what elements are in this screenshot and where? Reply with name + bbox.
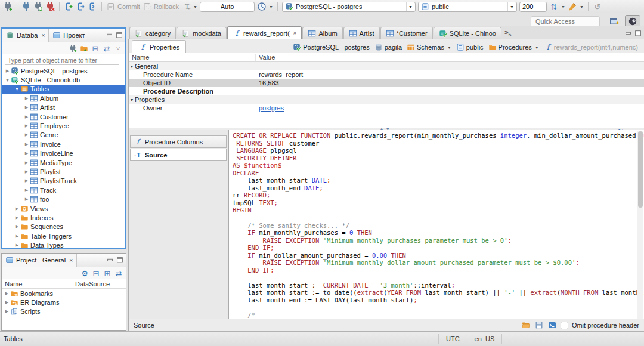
property-row-procedure-name[interactable]: Procedure Namerewards_report: [129, 70, 644, 79]
tree-item-genre[interactable]: ▶Genre: [2, 131, 125, 140]
editor-tab-mockdata[interactable]: mockdata: [177, 27, 227, 39]
undo-button[interactable]: ↺: [593, 2, 602, 11]
status-locale[interactable]: en_US: [467, 334, 503, 344]
plug-new-icon[interactable]: [69, 44, 77, 52]
column-datasource[interactable]: DataSource: [72, 280, 110, 288]
chevron-down-icon[interactable]: ▼: [447, 45, 451, 50]
format-sql-button[interactable]: ▼: [568, 2, 584, 11]
tree-collapsed-arrow-icon[interactable]: ▶: [23, 188, 30, 193]
tree-expanded-arrow-icon[interactable]: ▼: [14, 87, 20, 91]
folder-new-icon[interactable]: [80, 44, 88, 52]
tree-item-artist[interactable]: ▶Artist: [2, 103, 125, 112]
editor-tab-rewards-report[interactable]: frewards_report(×: [227, 26, 302, 39]
grid-column-name[interactable]: Name: [129, 54, 256, 61]
commit-button[interactable]: Commit: [106, 2, 140, 11]
breadcrumb-rewards-report-int4-numeric[interactable]: frewards_report(int4,numeric): [541, 43, 640, 51]
tree-item-sqlite-chinook-db[interactable]: ▼SQLite - Chinook.db: [2, 75, 125, 84]
tree-collapsed-arrow-icon[interactable]: ▶: [4, 291, 10, 296]
tree-collapsed-arrow-icon[interactable]: ▶: [4, 300, 10, 305]
tree-collapsed-arrow-icon[interactable]: ▶: [23, 178, 30, 183]
tree-item-views[interactable]: ▶Views: [2, 204, 125, 213]
tree-item-table-triggers[interactable]: ▶Table Triggers: [2, 231, 125, 240]
scrollbar-thumb[interactable]: [638, 131, 643, 208]
close-icon[interactable]: ×: [293, 30, 297, 36]
tab-projects[interactable]: Проект: [49, 29, 89, 42]
chevron-down-icon[interactable]: ▼: [193, 5, 197, 9]
tab-project-general[interactable]: Project - General ×: [2, 254, 77, 267]
quick-access-input[interactable]: [531, 16, 600, 27]
tree-item-data-types[interactable]: ▶Data Types: [2, 240, 125, 249]
tree-item-foo[interactable]: ▶foo: [2, 194, 125, 203]
open-recent-sql-editor-button[interactable]: [76, 2, 85, 11]
fetch-size-input[interactable]: [519, 2, 547, 12]
property-row-procedure-description[interactable]: Procedure Description: [129, 87, 644, 95]
tree-collapsed-arrow-icon[interactable]: ▶: [23, 96, 30, 101]
tree-collapsed-arrow-icon[interactable]: ▶: [23, 115, 30, 119]
maximize-icon[interactable]: [634, 29, 642, 38]
tree-collapsed-arrow-icon[interactable]: ▶: [14, 224, 20, 229]
tree-item-postgresql-postgres[interactable]: ▶PostgreSQL - postgres: [2, 66, 125, 75]
project-item-scripts[interactable]: ▶Scripts: [2, 307, 126, 316]
open-console-icon[interactable]: [547, 320, 557, 330]
tree-collapsed-arrow-icon[interactable]: ▶: [23, 105, 30, 110]
new-sql-console-button[interactable]: [88, 2, 97, 11]
maximize-icon[interactable]: [115, 31, 123, 39]
tree-collapsed-arrow-icon[interactable]: ▶: [23, 160, 30, 165]
group-expanded-arrow-icon[interactable]: ▼: [129, 98, 135, 102]
connection-select[interactable]: PostgreSQL - postgres▼: [282, 2, 416, 12]
status-timezone[interactable]: UTC: [438, 334, 467, 344]
tree-expanded-arrow-icon[interactable]: ▼: [4, 78, 11, 82]
chevron-down-icon[interactable]: ▼: [561, 5, 565, 9]
grid-column-value[interactable]: Value: [256, 54, 275, 61]
editor-tab-category[interactable]: category: [129, 27, 176, 39]
editor-tab-sqlite-chinoo[interactable]: SQLite - Chinoo: [434, 27, 501, 39]
property-row-object-id[interactable]: Object ID16,583: [129, 79, 644, 87]
tree-item-track[interactable]: ▶Track: [2, 186, 125, 194]
minimize-icon[interactable]: [624, 29, 633, 38]
expand-icon[interactable]: ⊞: [103, 269, 112, 277]
tree-collapsed-arrow-icon[interactable]: ▶: [4, 309, 10, 314]
rollback-button[interactable]: Rollback: [143, 2, 179, 11]
tree-item-playlist[interactable]: ▶Playlist: [2, 167, 125, 176]
gear-icon[interactable]: ⚙: [80, 269, 89, 277]
viewmenu-icon[interactable]: ▽: [114, 44, 122, 52]
tree-item-sequences[interactable]: ▶Sequences: [2, 223, 125, 231]
tree-item-tables[interactable]: ▼Tables: [2, 85, 125, 94]
breadcrumb-postgresql-postgres[interactable]: PostgreSQL - postgres: [290, 43, 371, 51]
breadcrumb-pagila[interactable]: pagila: [372, 43, 404, 51]
tree-item-customer[interactable]: ▶Customer: [2, 112, 125, 121]
refresh-results-button[interactable]: ⇅▼: [549, 2, 565, 11]
tab-overflow-indicator[interactable]: »5: [504, 28, 512, 38]
tree-collapsed-arrow-icon[interactable]: ▶: [4, 69, 11, 73]
subtab-source[interactable]: ‹TSource: [130, 149, 227, 161]
collapse-icon[interactable]: ⊟: [92, 269, 100, 277]
tree-item-album[interactable]: ▶Album: [2, 94, 125, 103]
tree-item-playlisttrack[interactable]: ▶PlaylistTrack: [2, 177, 125, 186]
chevron-down-icon[interactable]: ▼: [580, 5, 584, 9]
code-area[interactable]: CREATE OR REPLACE FUNCTION public.reward…: [228, 130, 644, 319]
tree-item-invoiceline[interactable]: ▶InvoiceLine: [2, 149, 125, 158]
chevron-down-icon[interactable]: ▼: [507, 2, 514, 11]
new-connection-button[interactable]: [3, 2, 13, 11]
tab-database-navigator[interactable]: Databa ×: [2, 29, 49, 42]
chevron-down-icon[interactable]: ▼: [535, 45, 539, 50]
new-sql-editor-button[interactable]: [64, 2, 73, 11]
tree-collapsed-arrow-icon[interactable]: ▶: [14, 206, 20, 211]
transaction-log-button[interactable]: T▼: [181, 2, 197, 11]
collapse-icon[interactable]: ⊟: [91, 44, 100, 52]
connect-button[interactable]: [21, 2, 31, 11]
invalidate-reconnect-button[interactable]: [33, 2, 43, 11]
load-from-file-icon[interactable]: [521, 320, 531, 330]
tab-properties[interactable]: f Properties: [132, 40, 186, 53]
chevron-down-icon[interactable]: ▼: [269, 5, 273, 9]
close-icon[interactable]: ×: [69, 257, 73, 264]
breadcrumb-public[interactable]: public: [454, 43, 486, 51]
tree-collapsed-arrow-icon[interactable]: ▶: [23, 123, 30, 128]
property-row-properties[interactable]: ▼Properties: [129, 95, 644, 104]
chevron-down-icon[interactable]: ▼: [406, 2, 413, 11]
maximize-icon[interactable]: [116, 256, 124, 264]
owner-link[interactable]: postgres: [259, 104, 284, 112]
breadcrumb-schemas[interactable]: Schemas▼: [404, 43, 454, 51]
tree-item-indexes[interactable]: ▶Indexes: [2, 213, 125, 222]
tree-item-employee[interactable]: ▶Employee: [2, 121, 125, 130]
